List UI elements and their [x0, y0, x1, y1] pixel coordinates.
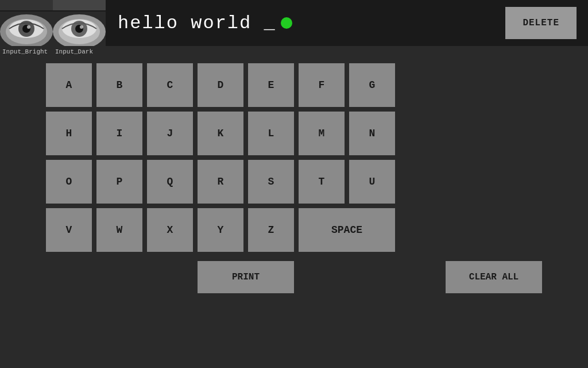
key-row-2: H I J K L M N	[46, 112, 542, 155]
key-J[interactable]: J	[147, 112, 193, 155]
key-F[interactable]: F	[299, 63, 345, 107]
key-Z[interactable]: Z	[248, 208, 294, 252]
key-C[interactable]: C	[147, 63, 193, 107]
print-button[interactable]: PRINT	[198, 261, 294, 293]
clear-all-button[interactable]: CLEAR ALL	[446, 261, 542, 293]
svg-point-7	[27, 25, 30, 29]
key-W[interactable]: W	[96, 208, 142, 252]
key-I[interactable]: I	[96, 112, 142, 155]
key-row-4: V W X Y Z SPACE	[46, 208, 542, 252]
label-input-dark: Input_Dark	[55, 48, 108, 59]
key-M[interactable]: M	[299, 112, 345, 155]
key-U[interactable]: U	[349, 160, 395, 204]
eye-images-container	[0, 0, 106, 46]
svg-rect-17	[53, 0, 106, 10]
key-H[interactable]: H	[46, 112, 92, 155]
key-E[interactable]: E	[248, 63, 294, 107]
key-P[interactable]: P	[96, 160, 142, 204]
text-display: hello world _	[106, 13, 505, 34]
delete-button[interactable]: DELETE	[505, 7, 577, 39]
key-S[interactable]: S	[248, 160, 294, 204]
key-Y[interactable]: Y	[198, 208, 243, 252]
key-row-1: A B C D E F G	[46, 63, 542, 107]
key-row-3: O P Q R S T U	[46, 160, 542, 204]
bottom-buttons-row: PRINT CLEAR ALL	[0, 256, 588, 293]
keyboard-area: A B C D E F G H I J K L M N O P Q R S T …	[0, 59, 588, 252]
svg-rect-8	[0, 0, 53, 10]
key-D[interactable]: D	[198, 63, 243, 107]
eye-right	[53, 0, 106, 46]
key-R[interactable]: R	[198, 160, 243, 204]
key-T[interactable]: T	[299, 160, 345, 204]
input-labels-row: Input_Bright Input_Dark	[0, 46, 588, 59]
svg-point-16	[80, 25, 83, 29]
key-B[interactable]: B	[96, 63, 142, 107]
cursor-underscore: _	[252, 13, 276, 34]
key-O[interactable]: O	[46, 160, 92, 204]
key-N[interactable]: N	[349, 112, 395, 155]
key-A[interactable]: A	[46, 63, 92, 107]
label-input-bright: Input_Bright	[2, 48, 55, 59]
key-G[interactable]: G	[349, 63, 395, 107]
key-Q[interactable]: Q	[147, 160, 193, 204]
key-K[interactable]: K	[198, 112, 243, 155]
eye-left	[0, 0, 53, 46]
key-X[interactable]: X	[147, 208, 193, 252]
key-V[interactable]: V	[46, 208, 92, 252]
key-space[interactable]: SPACE	[299, 208, 395, 252]
key-L[interactable]: L	[248, 112, 294, 155]
header-bar: hello world _ DELETE	[0, 0, 588, 46]
cursor-dot	[281, 17, 292, 29]
typed-text: hello world	[118, 13, 252, 34]
